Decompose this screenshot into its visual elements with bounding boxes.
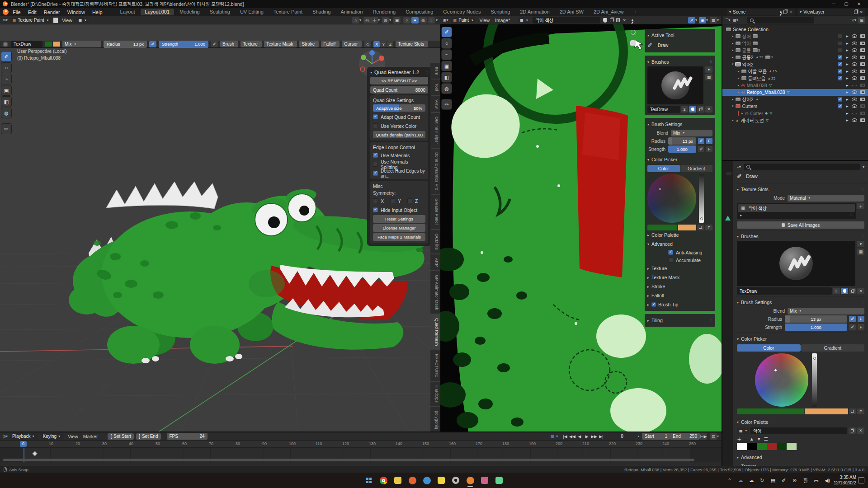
exclude-checkbox[interactable]: [838, 104, 842, 108]
workspace-tab-modeling[interactable]: Modeling: [175, 9, 204, 15]
workspace-tab-2d-animation[interactable]: 2D Animation: [515, 9, 554, 15]
expand-icon[interactable]: ▸: [741, 112, 743, 115]
jump-to-end-button[interactable]: ▶|: [598, 433, 605, 440]
delete-brush-icon[interactable]: ✕: [857, 288, 864, 294]
expand-icon[interactable]: ▸: [738, 84, 740, 87]
drag-dots-icon[interactable]: ⠿: [425, 70, 428, 75]
visibility-eye-icon[interactable]: [852, 76, 857, 80]
properties-search-input[interactable]: [744, 164, 860, 170]
selectable-icon[interactable]: ➤: [844, 111, 849, 116]
duplicate-brush-icon[interactable]: [849, 288, 856, 294]
expand-icon[interactable]: ▸: [738, 90, 740, 94]
color-tab[interactable]: Color: [737, 344, 801, 352]
display-channels-icon[interactable]: ▦: [710, 17, 717, 23]
exclude-checkbox[interactable]: [838, 62, 842, 66]
collapse-icon[interactable]: ▾: [647, 242, 649, 246]
visibility-eye-icon[interactable]: [852, 42, 857, 45]
menu-edit[interactable]: Edit: [25, 9, 40, 15]
strength-slider[interactable]: 1.000: [668, 145, 696, 153]
filmstrip-dropdown-icon[interactable]: ▾: [717, 434, 719, 438]
radius-slider[interactable]: Radius 13 px: [104, 41, 147, 48]
f-driver-icon[interactable]: F: [705, 225, 712, 230]
xray-toggle-icon[interactable]: ▣: [393, 17, 401, 23]
adapt-quad-count-checkbox[interactable]: Adapt Quad Count: [373, 113, 425, 121]
duplicate-palette-icon[interactable]: [849, 427, 856, 434]
brush-preview[interactable]: [647, 66, 703, 104]
workspace-tab-layout-001[interactable]: Layout.001: [141, 9, 174, 15]
sidebar-tab-ocd-lite[interactable]: OCD lite: [430, 230, 440, 253]
image-menu[interactable]: Image*: [494, 18, 511, 23]
menu-render[interactable]: Render: [41, 9, 63, 15]
proportional-edit-icon[interactable]: ◎: [363, 17, 371, 23]
sidebar-tab-bone-dynamics-pro[interactable]: Bone Dynamics Pro: [430, 149, 440, 194]
next-keyframe-button[interactable]: ▶▶: [590, 433, 598, 440]
pen-icon[interactable]: ✐: [779, 478, 788, 483]
editor-type-icon[interactable]: ≡▾: [737, 165, 741, 169]
current-frame-field[interactable]: 0: [609, 433, 635, 440]
secondary-color-swatch[interactable]: [53, 42, 60, 47]
palette-swatch-2[interactable]: [757, 443, 767, 450]
sidebar-tab-fracture[interactable]: FRACTURE: [430, 350, 440, 381]
outliner-row--[interactable]: ▸악어➤: [722, 40, 868, 47]
duplicate-brush-icon[interactable]: [697, 106, 704, 113]
render-camera-icon[interactable]: [860, 48, 865, 52]
workspace-tab-uv-editing[interactable]: UV Editing: [236, 9, 268, 15]
new-collection-icon[interactable]: ⊞: [858, 17, 865, 23]
shading-material-icon[interactable]: ◍: [420, 17, 427, 23]
remesh-it-button[interactable]: << REMESH IT >>: [370, 77, 428, 84]
jump-to-start-button[interactable]: |◀: [561, 433, 569, 440]
smear-tool[interactable]: ~: [442, 50, 452, 60]
workspace-tab-2d-ani-4view[interactable]: 2D Ani_4view: [589, 9, 628, 15]
snap-dropdown-icon[interactable]: ▾: [359, 18, 361, 22]
taskbar-photos-icon[interactable]: [479, 475, 490, 486]
expand-icon[interactable]: ▸: [732, 56, 734, 59]
sidebar-tab-item[interactable]: Item: [430, 63, 440, 79]
sidebar-tab-hardops[interactable]: HardOps: [430, 382, 440, 406]
image-select-dropdown[interactable]: ▦: [76, 17, 89, 23]
visibility-eye-icon[interactable]: [852, 98, 857, 101]
stroke-panel-header[interactable]: ▸Stroke: [647, 282, 712, 291]
delete-brush-icon[interactable]: ✕: [705, 106, 712, 113]
expand-icon[interactable]: ▸: [732, 118, 734, 122]
gizmo-toggle-icon[interactable]: ↗: [688, 17, 695, 23]
visibility-eye-icon[interactable]: [852, 48, 857, 52]
outliner-row-scene-collection[interactable]: Scene Collection: [722, 26, 868, 33]
render-camera-icon[interactable]: [860, 56, 865, 59]
draw-tool[interactable]: ✐: [1, 52, 11, 61]
selectable-icon[interactable]: ➤: [844, 76, 849, 80]
primary-color-swatch[interactable]: [647, 225, 677, 230]
color-tab[interactable]: Color: [647, 165, 680, 172]
selectable-icon[interactable]: ➤: [844, 83, 849, 88]
expand-icon[interactable]: ▸: [732, 98, 734, 101]
autokey-dropdown-icon[interactable]: ▾: [556, 434, 558, 438]
texture-mask-panel-header[interactable]: ▸Texture Mask: [647, 273, 712, 282]
view-menu[interactable]: View: [66, 434, 80, 439]
radius-slider[interactable]: 13 px: [785, 315, 847, 323]
outliner-row--[interactable]: ▸이빨 모음▲16➤: [722, 68, 868, 75]
play-button[interactable]: ▶: [583, 433, 590, 440]
color-wheel[interactable]: [755, 353, 808, 407]
brush-name-field[interactable]: TexDraw: [647, 106, 680, 113]
onedrive-icon[interactable]: ☁: [736, 478, 745, 483]
menu-file[interactable]: File: [9, 9, 24, 15]
taskbar-explorer-icon[interactable]: [392, 475, 403, 486]
slot-dropdown-icon[interactable]: ▾: [706, 18, 708, 22]
blend-dropdown[interactable]: Mix: [671, 130, 712, 136]
selectable-icon[interactable]: ➤: [844, 97, 849, 102]
taskbar-media-player-icon[interactable]: [494, 475, 505, 486]
fill-tool[interactable]: ◧: [1, 97, 11, 107]
anti-aliasing-checkbox[interactable]: Anti-Aliasing: [647, 249, 712, 256]
adaptive-size-slider[interactable]: Adaptive size 50%: [373, 104, 425, 112]
render-camera-icon[interactable]: [860, 62, 865, 66]
cursor-popover[interactable]: Cursor: [342, 41, 362, 47]
fps-field[interactable]: FPS24: [167, 433, 208, 440]
unpack-icon[interactable]: [616, 18, 620, 22]
gizmo-toggle-icon[interactable]: ✛: [371, 17, 378, 23]
symmetry-y-checkbox[interactable]: Y: [390, 197, 401, 205]
stroke-popover[interactable]: Stroke: [299, 41, 319, 47]
workspace-tab-sculpting[interactable]: Sculpting: [205, 9, 235, 15]
collapse-icon[interactable]: ▾: [737, 337, 739, 341]
expand-icon[interactable]: ▸: [647, 233, 649, 237]
sidebar-tab-grease-pencil[interactable]: Grease Pencil: [430, 195, 440, 229]
timeline-scrollbar[interactable]: [3, 459, 694, 461]
